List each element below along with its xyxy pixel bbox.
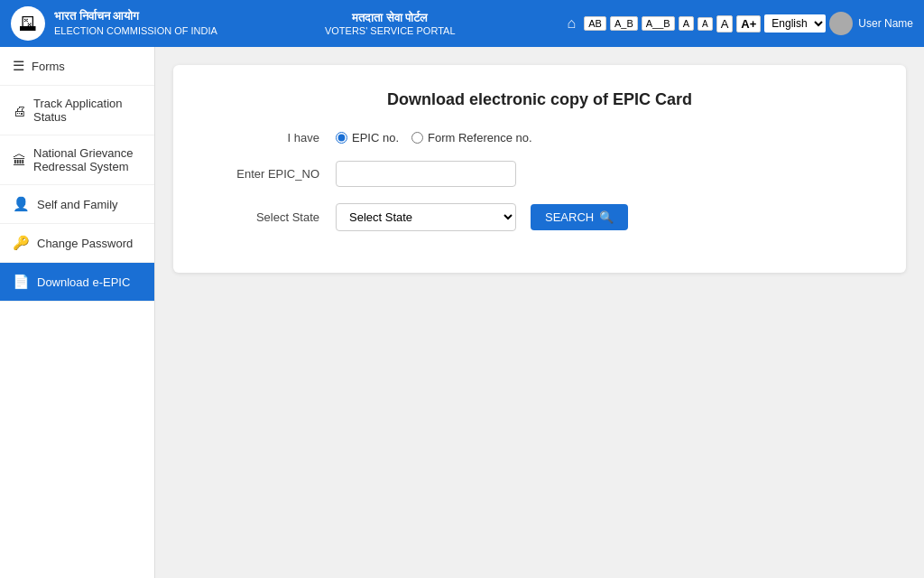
grievance-icon: 🏛 — [13, 153, 26, 168]
header-left: 🗳 भारत निर्वाचन आयोग ELECTION COMMISSION… — [11, 6, 217, 41]
track-icon: 🖨 — [13, 103, 26, 118]
state-select[interactable]: Select State Andhra Pradesh Arunachal Pr… — [336, 203, 516, 231]
epic-no-input[interactable] — [336, 161, 516, 187]
i-have-row: I have EPIC no. Form Reference no. — [209, 131, 870, 144]
forms-icon: ☰ — [13, 58, 24, 74]
language-select[interactable]: English हिंदी — [764, 14, 826, 33]
password-icon: 🔑 — [13, 235, 30, 251]
header-title-hindi: भारत निर्वाचन आयोग — [54, 9, 217, 24]
sidebar-item-password-label: Change Password — [37, 237, 133, 250]
sidebar-item-self-family[interactable]: 👤 Self and Family — [0, 185, 154, 224]
eci-logo: 🗳 — [11, 6, 45, 41]
portal-title-hindi: मतदाता सेवा पोर्टल — [325, 11, 456, 25]
form-ref-radio[interactable] — [411, 132, 423, 144]
epic-radio-label[interactable]: EPIC no. — [336, 131, 399, 144]
font-a3-button[interactable]: A — [716, 15, 734, 33]
sidebar-item-track-label: Track Application Status — [33, 97, 142, 124]
sidebar-item-grievance[interactable]: 🏛 National Grievance Redressal System — [0, 135, 154, 185]
i-have-label: I have — [209, 131, 336, 144]
epic-radio[interactable] — [336, 132, 347, 144]
sidebar-item-forms[interactable]: ☰ Forms — [0, 47, 154, 86]
epic-no-label: Enter EPIC_NO — [209, 167, 336, 181]
form-ref-radio-label[interactable]: Form Reference no. — [411, 131, 532, 144]
font-aplus-button[interactable]: A+ — [736, 15, 761, 33]
sidebar-item-grievance-label: National Grievance Redressal System — [33, 146, 142, 173]
sidebar-item-change-password[interactable]: 🔑 Change Password — [0, 224, 154, 263]
family-icon: 👤 — [13, 196, 30, 212]
sidebar-item-download-epic[interactable]: 📄 Download e-EPIC — [0, 263, 154, 302]
select-state-row: Select State Select State Andhra Pradesh… — [209, 203, 870, 231]
font-a-b-button[interactable]: A_B — [610, 16, 638, 31]
font-a2-button[interactable]: A — [698, 17, 713, 31]
search-button-label: SEARCH — [545, 210, 594, 224]
i-have-options: EPIC no. Form Reference no. — [336, 131, 532, 144]
font-a-button[interactable]: A — [679, 16, 694, 31]
select-state-label: Select State — [209, 210, 336, 224]
sidebar-item-track-application[interactable]: 🖨 Track Application Status — [0, 86, 154, 135]
search-icon: 🔍 — [599, 210, 614, 224]
layout: ☰ Forms 🖨 Track Application Status 🏛 Nat… — [0, 47, 924, 578]
epic-no-row: Enter EPIC_NO — [209, 161, 870, 187]
user-avatar — [829, 12, 853, 35]
search-button[interactable]: SEARCH 🔍 — [531, 204, 628, 230]
sidebar-item-forms-label: Forms — [32, 60, 65, 73]
header-right: ⌂ AB A_B A__B A A A A+ English हिंदी Use… — [563, 12, 913, 35]
download-epic-icon: 📄 — [13, 274, 30, 290]
header-title: भारत निर्वाचन आयोग ELECTION COMMISSION O… — [54, 9, 217, 37]
header-center: मतदाता सेवा पोर्टल VOTERS' SERVICE PORTA… — [325, 11, 456, 36]
form-ref-radio-text: Form Reference no. — [428, 131, 532, 144]
font-a--b-button[interactable]: A__B — [642, 16, 675, 31]
epic-radio-text: EPIC no. — [352, 131, 399, 144]
epic-card: Download electronic copy of EPIC Card I … — [173, 65, 906, 273]
sidebar: ☰ Forms 🖨 Track Application Status 🏛 Nat… — [0, 47, 155, 578]
user-name: User Name — [858, 17, 913, 30]
epic-input-container — [336, 161, 516, 187]
main-content: Download electronic copy of EPIC Card I … — [155, 47, 924, 578]
header: 🗳 भारत निर्वाचन आयोग ELECTION COMMISSION… — [0, 0, 924, 47]
header-title-english: ELECTION COMMISSION OF INDIA — [54, 24, 217, 37]
card-title: Download electronic copy of EPIC Card — [209, 90, 870, 109]
font-ab-button[interactable]: AB — [584, 16, 606, 31]
sidebar-item-epic-label: Download e-EPIC — [37, 275, 130, 289]
home-button[interactable]: ⌂ — [563, 14, 581, 33]
state-controls: Select State Andhra Pradesh Arunachal Pr… — [336, 203, 628, 231]
portal-title-english: VOTERS' SERVICE PORTAL — [325, 25, 456, 36]
sidebar-item-family-label: Self and Family — [37, 198, 118, 211]
user-info: User Name — [829, 12, 913, 35]
